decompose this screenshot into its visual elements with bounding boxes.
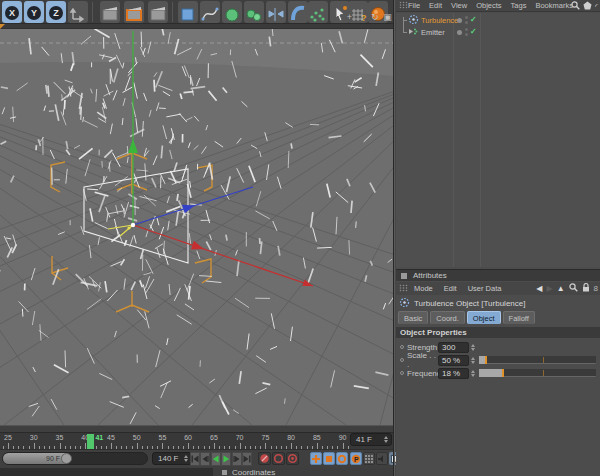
coordinate-system-toggle-icon[interactable] <box>68 1 88 23</box>
maximize-icon[interactable]: ▣ <box>382 12 393 23</box>
pan-icon[interactable]: + <box>344 12 355 23</box>
frame-range-fill[interactable]: 90 F <box>3 453 67 464</box>
object-row-emitter[interactable]: Emitter✓ <box>396 26 600 38</box>
search-icon[interactable] <box>569 283 578 294</box>
panel-divider[interactable] <box>393 0 395 476</box>
play-backward-button[interactable] <box>211 452 221 466</box>
add-symmetry-button-icon[interactable] <box>266 1 286 23</box>
orbit-icon[interactable]: ↻ <box>370 12 381 23</box>
value-stepper[interactable] <box>469 368 477 379</box>
tab-falloff[interactable]: Falloff <box>503 311 535 324</box>
attr-menu-mode[interactable]: Mode <box>414 284 433 293</box>
current-frame-field[interactable]: 41 F <box>350 433 392 446</box>
y-axis-lock-icon[interactable]: Y <box>24 1 44 23</box>
attr-menu-edit[interactable]: Edit <box>444 284 457 293</box>
keyframe-selection-toggle[interactable] <box>286 452 299 465</box>
stepper-down[interactable] <box>471 348 475 351</box>
property-value-field[interactable]: 50 % <box>438 355 469 366</box>
animation-dot[interactable] <box>400 358 404 362</box>
om-menu-tags[interactable]: Tags <box>511 1 527 10</box>
overflow-icon[interactable]: 8 <box>594 284 598 293</box>
property-slider[interactable] <box>479 356 596 364</box>
object-name[interactable]: Emitter <box>421 28 445 37</box>
render-visibility-dot[interactable] <box>465 33 468 36</box>
sound-toggle[interactable] <box>376 452 388 465</box>
key-scale-toggle[interactable] <box>323 452 335 465</box>
attr-menu-user-data[interactable]: User Data <box>468 284 502 293</box>
add-modifier-button-icon[interactable] <box>244 1 264 23</box>
add-particles-button-icon[interactable] <box>308 1 328 23</box>
property-slider[interactable] <box>479 369 596 377</box>
render-menu-button-icon[interactable] <box>148 1 168 23</box>
lock-icon[interactable] <box>582 283 590 294</box>
tab-object[interactable]: Object <box>467 311 501 324</box>
editor-visibility-dot[interactable] <box>465 16 468 19</box>
animation-dot[interactable] <box>400 371 404 375</box>
animation-dot[interactable] <box>400 345 404 349</box>
editor-visibility-dot[interactable] <box>465 28 468 31</box>
frame-range-slider[interactable]: 90 F <box>2 452 148 465</box>
object-name[interactable]: Turbulence <box>421 16 458 25</box>
end-frame-field[interactable]: 140 F <box>152 452 192 465</box>
stepper-down[interactable] <box>471 361 475 364</box>
overflow-icon[interactable]: ◜ <box>595 2 598 11</box>
slider-fill[interactable] <box>479 356 487 364</box>
add-cube-button-icon[interactable] <box>178 1 198 23</box>
step-forward-button[interactable] <box>232 452 242 466</box>
panel-grip-icon[interactable] <box>399 284 408 294</box>
tab-basic[interactable]: Basic <box>398 311 428 324</box>
om-menu-objects[interactable]: Objects <box>476 1 501 10</box>
om-menu-view[interactable]: View <box>451 1 467 10</box>
current-frame-marker[interactable] <box>87 434 94 449</box>
z-axis-lock-icon[interactable]: Z <box>46 1 66 23</box>
panel-grip-icon[interactable] <box>399 1 408 11</box>
om-menu-edit[interactable]: Edit <box>429 1 442 10</box>
render-view-button-icon[interactable] <box>100 1 120 23</box>
home-icon[interactable] <box>583 1 592 12</box>
x-axis-lock-icon[interactable]: X <box>2 1 22 23</box>
om-menu-bookmarks[interactable]: Bookmarks <box>535 1 573 10</box>
key-rotation-toggle[interactable] <box>336 452 348 465</box>
stepper-down[interactable] <box>471 374 475 377</box>
add-spline-button-icon[interactable] <box>200 1 220 23</box>
render-visibility-dot[interactable] <box>465 21 468 24</box>
dolly-icon[interactable]: ↕ <box>357 12 368 23</box>
property-value-field[interactable]: 18 % <box>438 368 469 379</box>
end-frame-stepper[interactable] <box>182 453 190 464</box>
key-position-toggle[interactable] <box>310 452 322 465</box>
stepper-up[interactable] <box>471 370 475 373</box>
layer-dot[interactable] <box>457 30 462 35</box>
record-keyframe-button[interactable] <box>258 452 271 465</box>
attributes-panel-header[interactable]: Attributes <box>396 269 600 281</box>
object-manager-list[interactable]: Turbulence✓Emitter✓ <box>396 13 600 267</box>
add-deformer-button-icon[interactable] <box>288 1 308 23</box>
forward-arrow-icon[interactable]: ▶ <box>546 284 552 293</box>
goto-end-button[interactable] <box>242 452 252 466</box>
key-parameter-toggle[interactable]: P <box>350 452 362 465</box>
back-arrow-icon[interactable]: ◀ <box>536 284 542 293</box>
autokey-toggle[interactable] <box>272 452 285 465</box>
play-forward-button[interactable] <box>221 452 231 466</box>
value-stepper[interactable] <box>469 355 477 366</box>
search-icon[interactable] <box>571 1 580 12</box>
range-slider-handle[interactable] <box>61 453 72 464</box>
om-menu-file[interactable]: File <box>408 1 420 10</box>
frame-ruler[interactable]: 253035404550556065707580859041 <box>0 432 393 450</box>
step-back-button[interactable] <box>200 452 210 466</box>
goto-start-button[interactable] <box>190 452 200 466</box>
layer-dot[interactable] <box>457 18 462 23</box>
tab-coord[interactable]: Coord. <box>430 311 465 324</box>
stepper-up[interactable] <box>471 357 475 360</box>
coordinates-panel-header[interactable]: Coordinates <box>213 468 393 476</box>
enabled-check[interactable]: ✓ <box>470 15 477 24</box>
key-pla-toggle[interactable] <box>363 452 375 465</box>
add-generator-button-icon[interactable] <box>222 1 242 23</box>
viewport-3d[interactable] <box>0 29 393 425</box>
render-settings-button-icon[interactable] <box>124 1 144 23</box>
property-value-field[interactable]: 300 <box>438 342 469 353</box>
up-arrow-icon[interactable]: ▲ <box>557 284 565 293</box>
enabled-check[interactable]: ✓ <box>470 27 477 36</box>
object-row-turbulence[interactable]: Turbulence✓ <box>396 14 600 26</box>
value-stepper[interactable] <box>469 342 477 353</box>
current-frame-stepper[interactable] <box>382 434 390 445</box>
